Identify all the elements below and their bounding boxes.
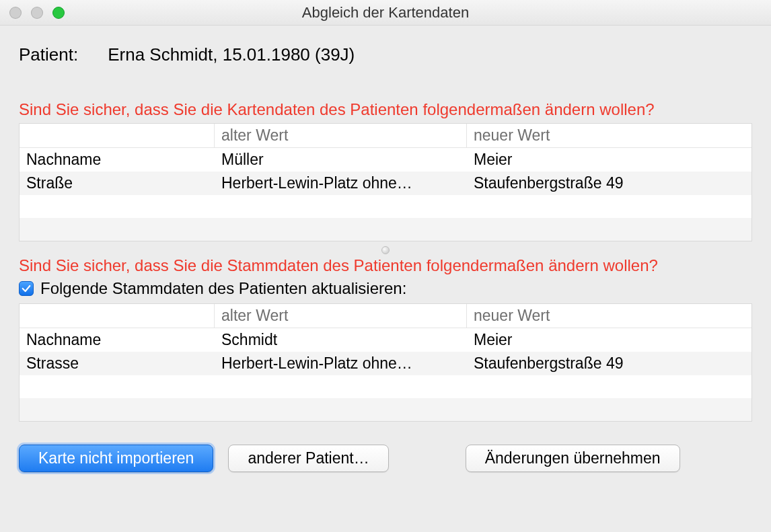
cell-old: Schmidt bbox=[215, 328, 467, 352]
cell-field: Nachname bbox=[20, 148, 215, 172]
cell-new: Meier bbox=[467, 328, 751, 352]
table-row-empty bbox=[20, 195, 751, 218]
table-row-empty bbox=[20, 375, 751, 398]
patient-value: Erna Schmidt, 15.01.1980 (39J) bbox=[108, 44, 355, 65]
other-patient-button[interactable]: anderer Patient… bbox=[228, 445, 388, 472]
card-data-table: alter Wert neuer Wert Nachname Müller Me… bbox=[19, 123, 752, 241]
card-data-header: alter Wert neuer Wert bbox=[20, 124, 751, 148]
card-header-new[interactable]: neuer Wert bbox=[467, 124, 751, 147]
master-header-old[interactable]: alter Wert bbox=[215, 304, 467, 328]
cell-new: Staufenbergstraße 49 bbox=[467, 352, 751, 375]
cell-new: Meier bbox=[467, 148, 751, 172]
titlebar: Abgleich der Kartendaten bbox=[0, 0, 771, 26]
patient-label: Patient: bbox=[19, 44, 78, 65]
update-master-checkbox-row[interactable]: Folgende Stammdaten des Patienten aktual… bbox=[19, 279, 752, 298]
no-import-button[interactable]: Karte nicht importieren bbox=[19, 445, 213, 472]
table-row-empty bbox=[20, 398, 751, 421]
master-data-table: alter Wert neuer Wert Nachname Schmidt M… bbox=[19, 303, 752, 422]
cell-field: Strasse bbox=[20, 352, 215, 375]
table-row[interactable]: Nachname Müller Meier bbox=[20, 148, 751, 172]
master-header-new[interactable]: neuer Wert bbox=[467, 304, 751, 328]
minimize-window-icon[interactable] bbox=[31, 7, 43, 19]
master-header-field[interactable] bbox=[20, 304, 215, 328]
grip-icon bbox=[381, 246, 390, 254]
master-data-header: alter Wert neuer Wert bbox=[20, 304, 751, 328]
cell-field: Straße bbox=[20, 172, 215, 195]
cell-field: Nachname bbox=[20, 328, 215, 352]
apply-changes-button[interactable]: Änderungen übernehmen bbox=[466, 445, 680, 472]
zoom-window-icon[interactable] bbox=[52, 7, 65, 19]
card-header-field[interactable] bbox=[20, 124, 215, 147]
table-row[interactable]: Straße Herbert-Lewin-Platz ohne… Staufen… bbox=[20, 172, 751, 195]
card-data-heading: Sind Sie sicher, dass Sie die Kartendate… bbox=[19, 100, 752, 119]
table-row[interactable]: Strasse Herbert-Lewin-Platz ohne… Staufe… bbox=[20, 352, 751, 375]
table-row[interactable]: Nachname Schmidt Meier bbox=[20, 328, 751, 352]
table-row-empty bbox=[20, 218, 751, 241]
update-master-checkbox[interactable] bbox=[19, 281, 34, 296]
card-header-old[interactable]: alter Wert bbox=[215, 124, 467, 147]
patient-row: Patient: Erna Schmidt, 15.01.1980 (39J) bbox=[19, 44, 752, 65]
cell-old: Müller bbox=[215, 148, 467, 172]
window-title: Abgleich der Kartendaten bbox=[0, 4, 771, 22]
window-controls bbox=[9, 7, 65, 19]
master-data-heading: Sind Sie sicher, dass Sie die Stammdaten… bbox=[19, 256, 752, 275]
cell-old: Herbert-Lewin-Platz ohne… bbox=[215, 352, 467, 375]
update-master-checkbox-label: Folgende Stammdaten des Patienten aktual… bbox=[40, 279, 406, 298]
cell-new: Staufenbergstraße 49 bbox=[467, 172, 751, 195]
close-window-icon[interactable] bbox=[9, 7, 22, 19]
split-divider[interactable] bbox=[19, 244, 752, 256]
button-bar: Karte nicht importieren anderer Patient…… bbox=[0, 445, 771, 483]
cell-old: Herbert-Lewin-Platz ohne… bbox=[215, 172, 467, 195]
checkmark-icon bbox=[21, 283, 32, 294]
